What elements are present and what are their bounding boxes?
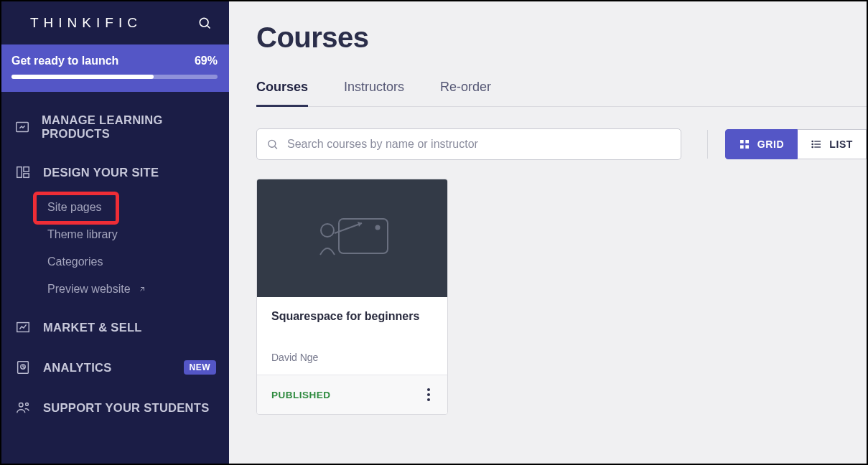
main-content: Courses Courses Instructors Re-order GRI…: [229, 1, 867, 464]
list-label: LIST: [829, 138, 853, 150]
subnav-label: Site pages: [47, 201, 102, 214]
divider: [707, 130, 708, 159]
grid-view-button[interactable]: GRID: [725, 129, 798, 159]
progress-top: Get ready to launch 69%: [11, 55, 218, 67]
subnav-preview-website[interactable]: Preview website: [1, 276, 229, 303]
search-icon[interactable]: [196, 14, 213, 32]
brand-bar: THINKIFIC: [1, 1, 229, 44]
search-wrap: [256, 128, 681, 160]
pencil-square-icon: [14, 118, 30, 136]
svg-line-12: [275, 146, 277, 149]
svg-rect-4: [24, 167, 29, 172]
nav-label: MARKET & SELL: [43, 321, 142, 334]
kebab-menu-icon[interactable]: [424, 385, 433, 404]
nav-design-your-site[interactable]: DESIGN YOUR SITE: [1, 152, 229, 192]
svg-point-11: [269, 140, 276, 147]
svg-point-24: [375, 226, 379, 230]
search-input[interactable]: [256, 128, 681, 160]
svg-point-10: [26, 403, 29, 406]
svg-rect-16: [745, 145, 749, 149]
nav: MANAGE LEARNING PRODUCTS DESIGN YOUR SIT…: [1, 92, 229, 428]
list-icon: [811, 138, 822, 150]
nav-label: DESIGN YOUR SITE: [43, 166, 159, 179]
subnav-categories[interactable]: Categories: [1, 248, 229, 276]
nav-manage-learning-products[interactable]: MANAGE LEARNING PRODUCTS: [1, 102, 229, 152]
progress-label: Get ready to launch: [11, 55, 118, 67]
course-card[interactable]: Squarespace for beginners David Nge PUBL…: [256, 179, 448, 415]
card-body: Squarespace for beginners David Nge: [257, 297, 447, 375]
svg-point-9: [19, 403, 24, 408]
subnav-label: Theme library: [47, 228, 118, 241]
app-root: THINKIFIC Get ready to launch 69% MANAGE…: [0, 0, 868, 465]
nav-analytics[interactable]: ANALYTICS NEW: [1, 347, 229, 388]
svg-rect-15: [740, 145, 744, 149]
svg-point-22: [812, 146, 813, 147]
progress-fill: [11, 75, 154, 79]
tabs: Courses Instructors Re-order: [256, 74, 867, 107]
svg-point-20: [812, 141, 813, 141]
subnav-label: Categories: [47, 255, 103, 268]
course-title: Squarespace for beginners: [271, 310, 433, 323]
nav-label: MANAGE LEARNING PRODUCTS: [42, 113, 216, 141]
tab-instructors[interactable]: Instructors: [344, 74, 404, 106]
svg-rect-14: [745, 140, 749, 144]
course-thumbnail: [257, 179, 447, 297]
svg-point-21: [812, 144, 813, 144]
nav-support-students[interactable]: SUPPORT YOUR STUDENTS: [1, 388, 229, 428]
view-toggle: GRID LIST: [725, 129, 867, 159]
brand-logo: THINKIFIC: [30, 15, 142, 31]
external-link-icon: [138, 285, 146, 293]
sidebar: THINKIFIC Get ready to launch 69% MANAGE…: [1, 1, 229, 464]
course-cards: Squarespace for beginners David Nge PUBL…: [256, 179, 867, 415]
svg-rect-3: [17, 167, 22, 178]
svg-rect-23: [339, 219, 388, 253]
layout-icon: [14, 164, 32, 181]
progress-percent: 69%: [195, 55, 218, 67]
card-footer: PUBLISHED: [257, 375, 447, 414]
people-icon: [14, 399, 32, 416]
tab-courses[interactable]: Courses: [256, 74, 308, 107]
progress-bar: [11, 75, 218, 79]
course-author: David Nge: [271, 352, 433, 363]
new-badge: NEW: [184, 360, 217, 375]
subnav-site-pages[interactable]: Site pages: [1, 194, 229, 221]
design-subnav: Site pages Theme library Categories Prev…: [1, 192, 229, 307]
nav-label: SUPPORT YOUR STUDENTS: [43, 401, 210, 415]
svg-rect-13: [740, 140, 744, 144]
subnav-theme-library[interactable]: Theme library: [1, 221, 229, 248]
analytics-icon: [14, 359, 32, 376]
search-icon: [266, 138, 279, 151]
page-title: Courses: [256, 22, 867, 54]
list-view-button[interactable]: LIST: [798, 129, 867, 159]
status-badge: PUBLISHED: [271, 390, 331, 400]
tab-reorder[interactable]: Re-order: [440, 74, 491, 106]
progress-banner[interactable]: Get ready to launch 69%: [1, 44, 229, 92]
grid-icon: [739, 138, 750, 150]
toolbar: GRID LIST: [256, 128, 867, 160]
nav-label: ANALYTICS: [43, 361, 112, 375]
svg-line-1: [207, 26, 210, 29]
nav-market-sell[interactable]: MARKET & SELL: [1, 307, 229, 347]
svg-rect-7: [18, 362, 29, 374]
svg-point-25: [321, 224, 334, 237]
subnav-label: Preview website: [47, 283, 131, 296]
svg-point-0: [200, 18, 208, 27]
grid-label: GRID: [757, 138, 784, 150]
svg-rect-5: [24, 174, 29, 178]
chart-icon: [14, 319, 32, 336]
